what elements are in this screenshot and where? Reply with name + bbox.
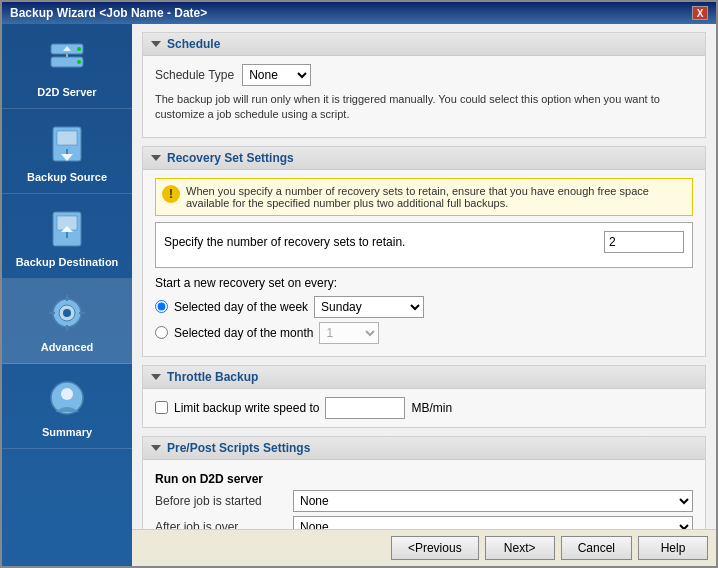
svg-rect-7 [57, 131, 77, 145]
sidebar-item-backup-destination[interactable]: Backup Destination [2, 194, 132, 279]
schedule-type-select[interactable]: None Once Daily Weekly Monthly [242, 64, 311, 86]
d2d-before-select[interactable]: None [293, 490, 693, 512]
radio-group: Start a new recovery set on every: Selec… [155, 276, 693, 344]
day-of-week-select[interactable]: Sunday Monday Tuesday Wednesday Thursday… [314, 296, 424, 318]
advanced-icon [43, 289, 91, 337]
recovery-set-title: Recovery Set Settings [167, 151, 294, 165]
schedule-collapse-icon[interactable] [151, 41, 161, 47]
throttle-section-body: Limit backup write speed to MB/min [143, 389, 705, 427]
schedule-section-header: Schedule [143, 33, 705, 56]
title-bar: Backup Wizard <Job Name - Date> X [2, 2, 716, 24]
previous-button[interactable]: <Previous [391, 536, 479, 560]
warning-icon: ! [162, 185, 180, 203]
sidebar-item-d2d-server-label: D2D Server [37, 86, 96, 98]
radio-day-of-month[interactable] [155, 326, 168, 339]
schedule-type-label: Schedule Type [155, 68, 234, 82]
recovery-collapse-icon[interactable] [151, 155, 161, 161]
button-bar: <Previous Next> Cancel Help [132, 529, 716, 566]
summary-icon [43, 374, 91, 422]
sidebar-item-advanced[interactable]: Advanced [2, 279, 132, 364]
radio-day-of-week[interactable] [155, 300, 168, 313]
recovery-num-input[interactable]: 2 [604, 231, 684, 253]
radio-day-of-month-label: Selected day of the month [174, 326, 313, 340]
throttle-unit-label: MB/min [411, 401, 452, 415]
throttle-section: Throttle Backup Limit backup write speed… [142, 365, 706, 428]
day-of-month-select[interactable]: 12345 [319, 322, 379, 344]
svg-point-3 [77, 60, 81, 64]
pre-post-section: Pre/Post Scripts Settings Run on D2D ser… [142, 436, 706, 529]
schedule-section-title: Schedule [167, 37, 220, 51]
sidebar-item-backup-destination-label: Backup Destination [16, 256, 119, 268]
recovery-set-header: Recovery Set Settings [143, 147, 705, 170]
schedule-section-body: Schedule Type None Once Daily Weekly Mon… [143, 56, 705, 137]
svg-point-22 [61, 388, 73, 400]
schedule-section: Schedule Schedule Type None Once Daily W… [142, 32, 706, 138]
throttle-checkbox-label: Limit backup write speed to [174, 401, 319, 415]
sidebar-item-summary[interactable]: Summary [2, 364, 132, 449]
throttle-section-header: Throttle Backup [143, 366, 705, 389]
throttle-speed-input[interactable] [325, 397, 405, 419]
recovery-box: Specify the number of recovery sets to r… [155, 222, 693, 268]
svg-point-20 [63, 309, 71, 317]
d2d-after-label: After job is over [155, 520, 285, 529]
backup-source-icon [43, 119, 91, 167]
d2d-after-select[interactable]: None [293, 516, 693, 529]
pre-post-section-body: Run on D2D server Before job is started … [143, 460, 705, 529]
radio-row-week: Selected day of the week Sunday Monday T… [155, 296, 693, 318]
window-title: Backup Wizard <Job Name - Date> [10, 6, 207, 20]
new-recovery-label: Start a new recovery set on every: [155, 276, 693, 290]
help-button[interactable]: Help [638, 536, 708, 560]
throttle-checkbox[interactable] [155, 401, 168, 414]
backup-destination-icon [43, 204, 91, 252]
main-window: Backup Wizard <Job Name - Date> X D2D S [0, 0, 718, 568]
d2d-before-label: Before job is started [155, 494, 285, 508]
schedule-info-text: The backup job will run only when it is … [155, 92, 693, 123]
sidebar-item-backup-source[interactable]: Backup Source [2, 109, 132, 194]
sidebar: D2D Server Backup Source [2, 24, 132, 566]
recovery-box-label: Specify the number of recovery sets to r… [164, 235, 405, 249]
main-content: D2D Server Backup Source [2, 24, 716, 566]
pre-post-collapse-icon[interactable] [151, 445, 161, 451]
schedule-type-row: Schedule Type None Once Daily Weekly Mon… [155, 64, 693, 86]
pre-post-section-header: Pre/Post Scripts Settings [143, 437, 705, 460]
throttle-section-title: Throttle Backup [167, 370, 258, 384]
cancel-button[interactable]: Cancel [561, 536, 632, 560]
svg-point-2 [77, 47, 81, 51]
radio-day-of-week-label: Selected day of the week [174, 300, 308, 314]
sidebar-item-summary-label: Summary [42, 426, 92, 438]
recovery-set-body: ! When you specify a number of recovery … [143, 170, 705, 356]
sidebar-item-backup-source-label: Backup Source [27, 171, 107, 183]
next-button[interactable]: Next> [485, 536, 555, 560]
close-button[interactable]: X [692, 6, 708, 20]
warning-row: ! When you specify a number of recovery … [155, 178, 693, 216]
warning-text: When you specify a number of recovery se… [186, 185, 686, 209]
sidebar-item-d2d-server[interactable]: D2D Server [2, 24, 132, 109]
d2d-server-title: Run on D2D server [155, 472, 693, 486]
d2d-server-icon [43, 34, 91, 82]
pre-post-section-title: Pre/Post Scripts Settings [167, 441, 310, 455]
d2d-before-row: Before job is started None [155, 490, 693, 512]
d2d-after-row: After job is over None [155, 516, 693, 529]
right-panel: Schedule Schedule Type None Once Daily W… [132, 24, 716, 566]
sidebar-item-advanced-label: Advanced [41, 341, 94, 353]
recovery-set-section: Recovery Set Settings ! When you specify… [142, 146, 706, 357]
scroll-area[interactable]: Schedule Schedule Type None Once Daily W… [132, 24, 716, 529]
throttle-row: Limit backup write speed to MB/min [155, 397, 693, 419]
throttle-collapse-icon[interactable] [151, 374, 161, 380]
radio-row-month: Selected day of the month 12345 [155, 322, 693, 344]
